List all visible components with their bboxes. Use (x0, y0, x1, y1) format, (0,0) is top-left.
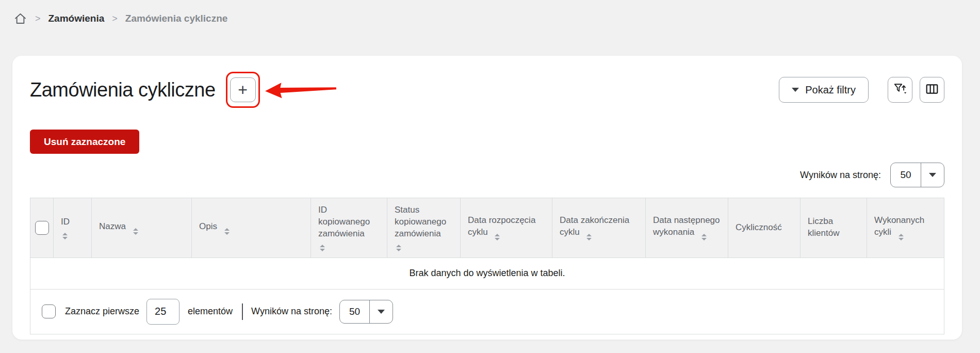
sort-arrows-icon (586, 234, 592, 240)
page-title: Zamówienia cykliczne (30, 79, 216, 101)
empty-state-row: Brak danych do wyświetlenia w tabeli. (30, 258, 944, 289)
filter-sort-icon (893, 83, 907, 98)
cyclic-orders-table: ID Nazwa Opis ID kopiowanego zamówienia … (30, 198, 944, 334)
select-first-count-input[interactable] (146, 299, 179, 325)
show-filters-button[interactable]: Pokaż filtry (779, 77, 869, 103)
bulk-actions-row: Usuń zaznaczone (30, 130, 944, 154)
sort-arrows-icon (62, 233, 84, 239)
select-all-checkbox[interactable] (35, 221, 49, 235)
caret-down-icon (370, 300, 393, 323)
columns-settings-button[interactable] (920, 77, 944, 103)
sort-arrows-icon (495, 234, 500, 240)
per-page-select-top[interactable]: 50 (890, 163, 944, 187)
home-icon[interactable] (13, 12, 27, 26)
footer-divider (242, 303, 243, 320)
select-first-checkbox[interactable] (42, 304, 56, 318)
filter-sort-button[interactable] (888, 77, 912, 103)
breadcrumb-item-zamowienia[interactable]: Zamówienia (48, 13, 105, 24)
per-page-value-bottom: 50 (340, 300, 370, 323)
select-first-label: Zaznacz pierwsze (65, 306, 139, 317)
per-page-label: Wyników na stronę: (800, 170, 881, 181)
caret-down-icon (921, 163, 944, 187)
title-actions: Pokaż filtry (779, 77, 944, 103)
column-header-data-nastepnego[interactable]: Data następnego wykonania (646, 198, 728, 258)
sort-arrows-icon (133, 228, 138, 235)
column-header-data-zakonczenia[interactable]: Data zakończenia cyklu (552, 198, 646, 258)
breadcrumb: > Zamówienia > Zamówienia cykliczne (0, 0, 980, 26)
sort-arrows-icon (701, 234, 707, 240)
column-header-opis[interactable]: Opis (192, 198, 311, 258)
empty-state-message: Brak danych do wyświetlenia w tabeli. (30, 258, 944, 289)
per-page-value: 50 (891, 163, 921, 187)
sort-arrows-icon (396, 245, 453, 251)
main-panel: Zamówienia cykliczne + Pokaż filtry (12, 56, 962, 340)
annotation-highlight-box: + (226, 72, 260, 108)
column-header-id[interactable]: ID (54, 198, 92, 258)
column-header-id-kopiowanego[interactable]: ID kopiowanego zamówienia (311, 198, 387, 258)
breadcrumb-separator: > (35, 13, 41, 24)
sort-arrows-icon (224, 228, 230, 235)
caret-down-icon (792, 88, 799, 92)
add-cyclic-order-button[interactable]: + (230, 77, 256, 102)
header-select-all (30, 198, 54, 258)
per-page-select-bottom[interactable]: 50 (339, 300, 393, 324)
per-page-label-bottom: Wyników na stronę: (251, 306, 332, 317)
sort-arrows-icon (320, 245, 380, 251)
sort-arrows-icon (899, 234, 904, 240)
columns-icon (925, 83, 939, 98)
column-header-liczba-klientow: Liczba klientów (801, 198, 867, 258)
show-filters-label: Pokaż filtry (805, 84, 856, 96)
table-footer-row: Zaznacz pierwsze elementów Wyników na st… (30, 289, 944, 334)
column-header-data-rozpoczecia[interactable]: Data rozpoczęcia cyklu (461, 198, 552, 258)
column-header-cykliczn: Cykliczność (728, 198, 801, 258)
breadcrumb-separator: > (112, 13, 118, 24)
column-header-status-kopiowanego[interactable]: Status kopiowanego zamówienia (387, 198, 461, 258)
column-header-wykonanych-cykli[interactable]: Wykonanych cykli (867, 198, 944, 258)
annotation-arrow (265, 79, 337, 101)
delete-selected-button[interactable]: Usuń zaznaczone (30, 130, 139, 154)
column-header-nazwa[interactable]: Nazwa (92, 198, 192, 258)
elements-label: elementów (188, 306, 233, 317)
title-row: Zamówienia cykliczne + Pokaż filtry (30, 71, 944, 108)
table-header-row: ID Nazwa Opis ID kopiowanego zamówienia … (30, 198, 944, 258)
breadcrumb-item-current: Zamówienia cykliczne (125, 13, 228, 24)
per-page-row-top: Wyników na stronę: 50 (30, 163, 944, 187)
